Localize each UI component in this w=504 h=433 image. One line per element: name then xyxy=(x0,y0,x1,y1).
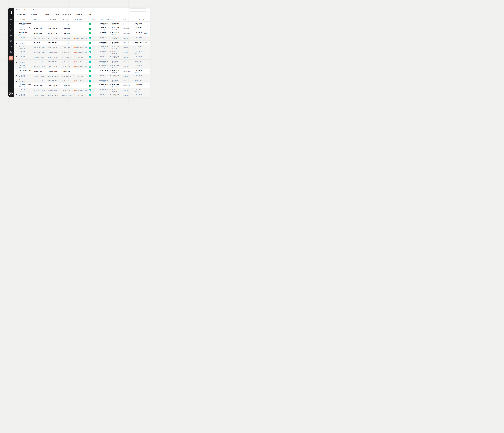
sidebar-item-promotions[interactable] xyxy=(8,55,14,61)
sidebar-item-analytics[interactable] xyxy=(8,22,14,28)
delete-button[interactable] xyxy=(144,84,148,87)
filter-chip-statuts[interactable]: Statuts xyxy=(52,13,60,16)
filter-bar: Restaurant ID Marques Partenaires Statut… xyxy=(14,12,150,17)
refresh-icon[interactable] xyxy=(146,14,147,16)
table-row[interactable]: La Grande Muraille 20232912 Made In Chin… xyxy=(14,26,150,31)
row-checkbox[interactable] xyxy=(16,75,17,77)
row-checkbox[interactable] xyxy=(16,66,17,67)
row-checkbox[interactable] xyxy=(16,52,17,53)
column-header-created: Date de création xyxy=(135,18,144,20)
sidebar-item-partners[interactable] xyxy=(8,44,14,50)
filter-chip-campagnes[interactable]: Campagnes xyxy=(73,13,84,16)
row-checkbox[interactable] xyxy=(16,42,17,44)
created-date: 10/11/2023 xyxy=(135,51,144,52)
products-cell: 🔥 Halloumi le feu +2 xyxy=(74,37,89,39)
promotion-cell: Livraison grat... xyxy=(62,85,74,86)
products-cell: 🍑 Four-nication +3 xyxy=(74,47,89,48)
exclusive-promotions-pill[interactable]: Promotions exclusives : 54 xyxy=(128,9,147,11)
status-dot xyxy=(123,85,124,86)
table-row[interactable]: Red Fafa 20232912 Chichicko - Arles... 8… xyxy=(14,55,150,60)
platform-cell: Uber Eats xyxy=(89,80,99,82)
brand-cell: Orgasmeat - Lilles xyxy=(34,90,48,91)
row-checkbox[interactable] xyxy=(16,61,17,63)
table-row[interactable]: Chez Paula 20232912 Orgasmeat - Lilles 8… xyxy=(14,45,150,50)
products-cell: 🎈 Wings by 8 +3 xyxy=(74,56,89,58)
period-from-date: 23/12/2023 xyxy=(101,32,108,33)
period-from-time: à 9h00 xyxy=(101,67,110,68)
status-badge: Status xyxy=(124,37,128,39)
period-to-date: 23/12/2023 xyxy=(112,32,119,33)
table-row[interactable]: Chez Paula 20232912 Orgasmeat - Lilles 8… xyxy=(14,60,150,64)
filter-chip-promotions[interactable]: % Promotions xyxy=(61,13,72,16)
laurel-icon xyxy=(10,40,12,43)
product-emoji-icon: 🍑 xyxy=(74,52,76,53)
period-to-time: à 23h59 xyxy=(112,53,123,54)
promotion-label: Produit offert xyxy=(62,90,70,91)
table-row[interactable]: Red Fafa 20232912 Chichicko - Arles... 8… xyxy=(14,93,150,97)
ubereats-badge: Uber Eats xyxy=(89,32,91,34)
table-row[interactable]: Red Fafa 20232912 Chichicko - Arles... 8… xyxy=(14,74,150,78)
delete-button[interactable] xyxy=(144,27,148,31)
table-row[interactable]: Chez Paula 20232912 Orgasmeat - Lilles 8… xyxy=(14,88,150,93)
tab-promotions[interactable]: Promotions xyxy=(24,8,32,12)
period-to-date: 23/01/2024 xyxy=(112,60,119,62)
status-badge: Status xyxy=(124,80,128,82)
created-date-cell: 10/11/2023 à 17h24 xyxy=(135,27,144,30)
sidebar-item-dish[interactable] xyxy=(8,16,14,22)
created-date-cell: 10/11/2023 à 17h24 xyxy=(135,89,144,92)
created-date: 10/11/2023 xyxy=(135,55,144,57)
period-to-time: à 23h59 xyxy=(112,90,123,92)
row-checkbox[interactable] xyxy=(16,85,17,86)
filter-chip-restaurant-id[interactable]: Restaurant ID xyxy=(16,13,28,16)
delete-button[interactable] xyxy=(144,70,148,73)
sort-desc-icon[interactable] xyxy=(135,19,136,20)
table-row[interactable]: Chez Paula 20232912 Orgasmeat - Lilles 8… xyxy=(14,50,150,55)
campaign-period-cell: Du23/12/2023 à 9h00 Au23/01/2024 à 23h59 xyxy=(99,89,123,92)
filter-chip-partenaires[interactable]: Partenaires xyxy=(40,13,51,16)
partner-id: 20232912 xyxy=(19,34,34,35)
partner-id: 20232912 xyxy=(19,62,34,64)
tab-publicites[interactable]: Publicités xyxy=(33,8,39,12)
partner-name: Chez Paula xyxy=(19,60,34,62)
row-checkbox[interactable] xyxy=(16,28,17,29)
filter-chip-marques[interactable]: Marques xyxy=(29,13,39,16)
table-row[interactable]: La Grande Muraille 20232912 Made In Chin… xyxy=(14,83,150,88)
row-checkbox[interactable] xyxy=(16,33,17,34)
sidebar-item-rewards[interactable] xyxy=(8,38,14,44)
select-all-checkbox[interactable] xyxy=(16,19,17,20)
brand-cell: Gaïa - Gare de Ly... xyxy=(34,37,48,39)
product-extra-count: +3 xyxy=(85,90,87,91)
row-checkbox[interactable] xyxy=(16,71,17,72)
row-checkbox[interactable] xyxy=(16,94,17,96)
sidebar-item-earnings[interactable]: $ xyxy=(8,50,14,55)
row-checkbox[interactable] xyxy=(16,37,17,39)
restaurant-id-cell: 8278942748297... xyxy=(48,90,62,91)
add-filter-button[interactable]: + Filtre xyxy=(85,13,92,16)
tab-dashboard[interactable]: Dashboard xyxy=(16,8,23,12)
table-row[interactable]: Red Fafa 20232912 Gaïa - Gare de Ly... 7… xyxy=(14,36,150,41)
row-checkbox[interactable] xyxy=(16,80,17,82)
table-row[interactable]: Chez Paula 20232912 Orgasmeat - Lilles 8… xyxy=(14,64,150,69)
table-row[interactable]: Chez Paula 20232912 Orgasmeat - Lilles 8… xyxy=(14,78,150,83)
sidebar-item-menu[interactable] xyxy=(8,33,14,38)
delete-button[interactable] xyxy=(144,22,148,26)
products-cell: 🍑 Four-nication +3 xyxy=(74,90,89,91)
period-from-time: à 9h00 xyxy=(101,90,110,92)
sidebar-item-orders[interactable] xyxy=(8,28,14,33)
row-checkbox[interactable] xyxy=(16,47,17,48)
table-row[interactable]: La Grande Muraille 20232912 Made In Chin… xyxy=(14,41,150,45)
table-row[interactable]: Frosty Imperial 20232912 Jap'n - Vanves … xyxy=(14,31,150,36)
table-row[interactable]: La Grande Muraille 20232912 Made In Chin… xyxy=(14,69,150,74)
user-avatar[interactable] xyxy=(9,92,13,95)
partner-cell: La Grande Muraille 20232912 xyxy=(19,84,34,87)
plus-icon: + xyxy=(87,14,88,15)
row-checkbox[interactable] xyxy=(16,56,17,58)
period-from-time: à 9h00 xyxy=(101,62,110,63)
row-checkbox[interactable] xyxy=(16,90,17,91)
delete-button[interactable] xyxy=(144,41,148,45)
row-checkbox[interactable] xyxy=(16,23,17,25)
platform-cell: Uber Eats xyxy=(89,28,99,30)
partner-cell: Chez Paula 20232912 xyxy=(19,89,34,92)
bag-icon xyxy=(10,29,12,31)
table-row[interactable]: La Grande Muraille 20232912 Made In Chin… xyxy=(14,22,150,26)
